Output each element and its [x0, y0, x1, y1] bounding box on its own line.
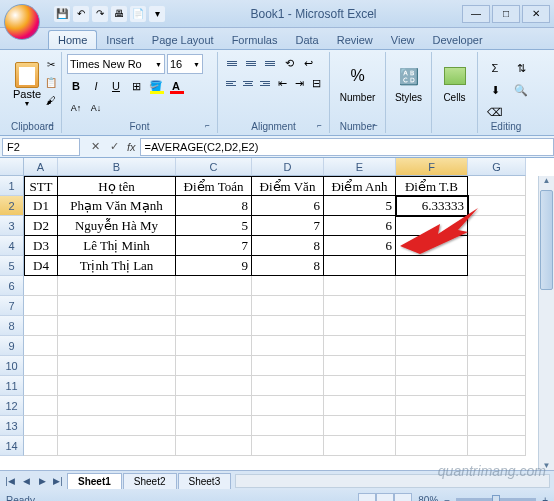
alignment-dialog-icon[interactable]: ⌐ — [317, 121, 327, 131]
cells-label-btn[interactable]: Cells — [437, 92, 472, 103]
cell-F1[interactable]: Điểm T.B — [396, 176, 468, 196]
cell-D2[interactable]: 6 — [252, 196, 324, 216]
cell-G10[interactable] — [468, 356, 526, 376]
cell-A12[interactable] — [24, 396, 58, 416]
cell-styles-button[interactable]: 🔠 — [393, 60, 425, 92]
qat-print-icon[interactable]: 🖶 — [111, 6, 127, 22]
col-header-E[interactable]: E — [324, 158, 396, 176]
cell-D3[interactable]: 7 — [252, 216, 324, 236]
row-header-3[interactable]: 3 — [0, 216, 24, 236]
cell-A8[interactable] — [24, 316, 58, 336]
tab-review[interactable]: Review — [328, 31, 382, 49]
cell-D12[interactable] — [252, 396, 324, 416]
qat-save-icon[interactable]: 💾 — [54, 6, 70, 22]
orientation-icon[interactable]: ⟲ — [280, 54, 298, 72]
cell-F13[interactable] — [396, 416, 468, 436]
formula-input[interactable]: =AVERAGE(C2,D2,E2) — [140, 138, 554, 156]
cell-D9[interactable] — [252, 336, 324, 356]
close-button[interactable]: ✕ — [522, 5, 550, 23]
row-header-10[interactable]: 10 — [0, 356, 24, 376]
cell-E5[interactable] — [324, 256, 396, 276]
tab-nav-last-icon[interactable]: ▶| — [50, 473, 66, 489]
cell-C13[interactable] — [176, 416, 252, 436]
row-header-9[interactable]: 9 — [0, 336, 24, 356]
cell-G7[interactable] — [468, 296, 526, 316]
page-layout-view-icon[interactable] — [376, 493, 394, 501]
cell-C4[interactable]: 7 — [176, 236, 252, 256]
cell-G12[interactable] — [468, 396, 526, 416]
row-header-1[interactable]: 1 — [0, 176, 24, 196]
cell-B12[interactable] — [58, 396, 176, 416]
cell-C10[interactable] — [176, 356, 252, 376]
cell-B6[interactable] — [58, 276, 176, 296]
select-all-corner[interactable] — [0, 158, 24, 176]
cell-E9[interactable] — [324, 336, 396, 356]
cell-B8[interactable] — [58, 316, 176, 336]
row-header-2[interactable]: 2 — [0, 196, 24, 216]
increase-indent-icon[interactable]: ⇥ — [291, 74, 307, 92]
row-header-6[interactable]: 6 — [0, 276, 24, 296]
col-header-D[interactable]: D — [252, 158, 324, 176]
cell-F3[interactable] — [396, 216, 468, 236]
col-header-G[interactable]: G — [468, 158, 526, 176]
bold-button[interactable]: B — [67, 76, 85, 96]
tab-nav-next-icon[interactable]: ▶ — [34, 473, 50, 489]
cell-D5[interactable]: 8 — [252, 256, 324, 276]
cell-D6[interactable] — [252, 276, 324, 296]
cell-D8[interactable] — [252, 316, 324, 336]
clipboard-dialog-icon[interactable]: ⌐ — [49, 121, 59, 131]
cell-B14[interactable] — [58, 436, 176, 456]
cell-E3[interactable]: 6 — [324, 216, 396, 236]
cell-C2[interactable]: 8 — [176, 196, 252, 216]
col-header-A[interactable]: A — [24, 158, 58, 176]
tab-insert[interactable]: Insert — [97, 31, 143, 49]
cell-B4[interactable]: Lê Thị Minh — [58, 236, 176, 256]
align-center-icon[interactable] — [240, 74, 256, 92]
cell-C7[interactable] — [176, 296, 252, 316]
qat-redo-icon[interactable]: ↷ — [92, 6, 108, 22]
cell-E8[interactable] — [324, 316, 396, 336]
font-dialog-icon[interactable]: ⌐ — [205, 121, 215, 131]
cell-F2[interactable]: 6.33333 — [396, 196, 468, 216]
autosum-button[interactable]: Σ — [483, 58, 507, 78]
cell-E4[interactable]: 6 — [324, 236, 396, 256]
cell-B9[interactable] — [58, 336, 176, 356]
number-label-btn[interactable]: Number — [335, 92, 380, 103]
merge-center-icon[interactable]: ⊟ — [308, 74, 324, 92]
align-middle-icon[interactable] — [242, 54, 260, 72]
row-header-13[interactable]: 13 — [0, 416, 24, 436]
name-box[interactable]: F2 — [2, 138, 80, 156]
row-header-7[interactable]: 7 — [0, 296, 24, 316]
cell-C11[interactable] — [176, 376, 252, 396]
cell-G8[interactable] — [468, 316, 526, 336]
cell-E12[interactable] — [324, 396, 396, 416]
cell-G2[interactable] — [468, 196, 526, 216]
cell-G13[interactable] — [468, 416, 526, 436]
enter-formula-icon[interactable]: ✓ — [105, 138, 123, 156]
cell-B3[interactable]: Nguyễn Hà My — [58, 216, 176, 236]
cell-F11[interactable] — [396, 376, 468, 396]
cell-D10[interactable] — [252, 356, 324, 376]
col-header-B[interactable]: B — [58, 158, 176, 176]
cell-A3[interactable]: D2 — [24, 216, 58, 236]
find-select-icon[interactable]: 🔍 — [512, 80, 530, 100]
qat-more-icon[interactable]: ▾ — [149, 6, 165, 22]
fx-icon[interactable]: fx — [127, 141, 136, 153]
align-right-icon[interactable] — [257, 74, 273, 92]
cut-icon[interactable]: ✂ — [43, 56, 59, 72]
paste-button[interactable]: Paste ▼ — [9, 54, 45, 114]
cell-C14[interactable] — [176, 436, 252, 456]
cell-B1[interactable]: Họ tên — [58, 176, 176, 196]
shrink-font-icon[interactable]: A↓ — [87, 98, 105, 118]
align-left-icon[interactable] — [223, 74, 239, 92]
cell-A13[interactable] — [24, 416, 58, 436]
cell-E6[interactable] — [324, 276, 396, 296]
align-top-icon[interactable] — [223, 54, 241, 72]
cell-C3[interactable]: 5 — [176, 216, 252, 236]
font-name-select[interactable]: Times New Ro▼ — [67, 54, 165, 74]
maximize-button[interactable]: □ — [492, 5, 520, 23]
tab-view[interactable]: View — [382, 31, 424, 49]
number-dialog-icon[interactable]: ⌐ — [373, 121, 383, 131]
col-header-C[interactable]: C — [176, 158, 252, 176]
vertical-scroll-thumb[interactable] — [540, 190, 553, 290]
